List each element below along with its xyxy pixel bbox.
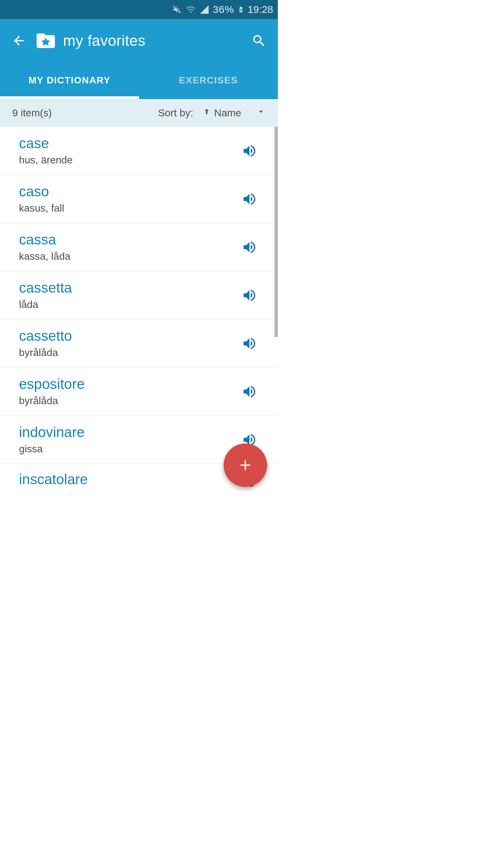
- search-button[interactable]: [249, 31, 268, 50]
- translation: gissa: [19, 443, 240, 455]
- headword: espositore: [19, 376, 240, 392]
- tab-my-dictionary[interactable]: MY DICTIONARY: [0, 62, 139, 98]
- translation: byrålåda: [19, 347, 240, 358]
- favorites-folder-icon: [35, 32, 57, 50]
- app-bar: my favorites MY DICTIONARY EXERCISES: [0, 19, 278, 99]
- play-audio-button[interactable]: [240, 141, 259, 160]
- item-count: 9 item(s): [12, 107, 158, 119]
- speaker-icon: [242, 384, 257, 399]
- headword: cassetto: [19, 328, 240, 344]
- scrollbar[interactable]: [274, 127, 278, 337]
- tab-exercises[interactable]: EXERCISES: [139, 62, 278, 98]
- translation: kasus, fall: [19, 202, 240, 214]
- battery-charging-icon: [238, 4, 244, 15]
- headword: inscatolare: [19, 472, 240, 487]
- arrow-back-icon: [12, 33, 26, 48]
- translation: hus, ärende: [19, 154, 240, 166]
- sort-direction-button[interactable]: [203, 106, 211, 119]
- play-audio-button[interactable]: [240, 286, 259, 305]
- list-item[interactable]: case hus, ärende: [0, 127, 278, 175]
- arrow-up-icon: [203, 106, 211, 117]
- speaker-icon: [242, 143, 257, 159]
- translation: låda: [19, 299, 240, 310]
- translation: kassa, låda: [19, 251, 240, 262]
- cell-signal-icon: [199, 4, 209, 15]
- play-audio-button[interactable]: [240, 190, 259, 209]
- list-item[interactable]: cassa kassa, låda: [0, 223, 278, 271]
- caret-down-icon: [256, 107, 266, 116]
- wifi-icon: [186, 4, 196, 15]
- speaker-icon: [242, 191, 257, 207]
- list-item[interactable]: cassetto byrålåda: [0, 319, 278, 368]
- android-status-bar: 36% 19:28: [0, 0, 278, 19]
- page-title: my favorites: [63, 32, 145, 49]
- clock-time: 19:28: [248, 4, 273, 15]
- headword: caso: [19, 184, 240, 199]
- back-button[interactable]: [9, 31, 28, 50]
- play-audio-button[interactable]: [240, 334, 259, 353]
- play-audio-button[interactable]: [240, 238, 259, 257]
- sort-field-button[interactable]: Name: [214, 107, 241, 119]
- headword: case: [19, 136, 240, 151]
- play-audio-button[interactable]: [240, 382, 259, 401]
- list-item[interactable]: caso kasus, fall: [0, 175, 278, 223]
- add-fab-button[interactable]: [224, 443, 267, 487]
- battery-percentage: 36%: [213, 4, 234, 15]
- list-item[interactable]: espositore byrålåda: [0, 368, 278, 416]
- headword: cassetta: [19, 280, 240, 296]
- plus-icon: [237, 457, 254, 474]
- star-folder-icon: [35, 32, 57, 50]
- headword: indovinare: [19, 425, 240, 440]
- list-item[interactable]: cassetta låda: [0, 271, 278, 319]
- speaker-icon: [242, 288, 257, 303]
- mute-icon: [172, 4, 182, 15]
- speaker-icon: [242, 239, 257, 255]
- sort-dropdown-button[interactable]: [256, 107, 266, 119]
- sort-bar: 9 item(s) Sort by: Name: [0, 99, 278, 127]
- speaker-icon: [242, 336, 257, 351]
- translation: byrålåda: [19, 395, 240, 407]
- search-icon: [251, 33, 266, 48]
- tab-bar: MY DICTIONARY EXERCISES: [0, 62, 278, 99]
- sort-label: Sort by:: [158, 107, 193, 119]
- favorites-list: case hus, ärende caso kasus, fall cassa …: [0, 127, 278, 491]
- headword: cassa: [19, 232, 240, 248]
